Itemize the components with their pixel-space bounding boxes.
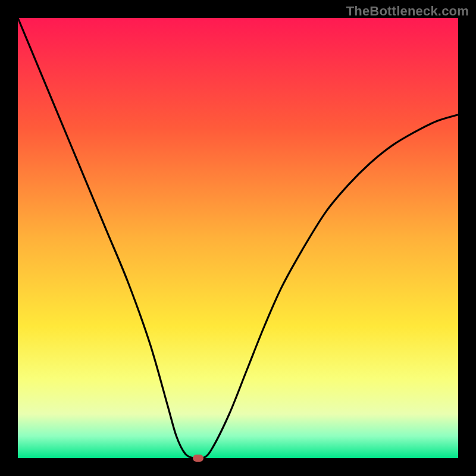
curve-svg: [18, 18, 458, 458]
bottleneck-curve: [18, 18, 458, 459]
chart-stage: TheBottleneck.com: [0, 0, 476, 476]
optimal-marker: [193, 455, 203, 462]
watermark-label: TheBottleneck.com: [346, 4, 469, 19]
plot-area: [18, 18, 458, 458]
